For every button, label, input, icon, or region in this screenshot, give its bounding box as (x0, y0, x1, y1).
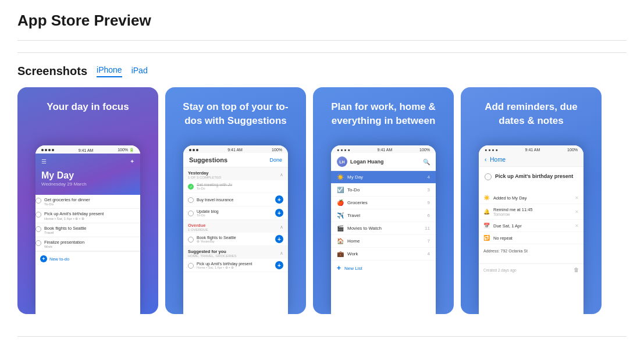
list-count: 6 (428, 213, 430, 218)
suggested-section-header: Suggested for you HOME, TRAVEL, GROCERIE… (183, 246, 288, 259)
add-task-button[interactable]: + (275, 209, 283, 217)
screenshot-card-reminders: Add reminders, due dates & notes ● ● ● ●… (461, 87, 602, 314)
task-circle (188, 263, 194, 269)
sugg-task-content: Book flights to Seattle ⊕ Yesterday (197, 236, 236, 243)
reminder-circle-icon (485, 173, 492, 180)
sugg-task-sub: Home • Sat, 1 Apr • ⊕ • ⊕ (197, 266, 252, 269)
screenshot-card-lists: Plan for work, home & everything in betw… (313, 87, 454, 314)
list-icon: 🍎 (337, 199, 344, 206)
signal-dot (189, 149, 191, 151)
list-icon: ✈️ (337, 212, 344, 219)
list-count: 3 (428, 187, 430, 193)
status-battery: 100% (567, 148, 578, 152)
task-text: Get groceries for dinner (44, 197, 90, 202)
list-name: Travel (347, 213, 360, 218)
task-text: Pick up Amit's birthday present (44, 211, 104, 216)
list-item-home[interactable]: 🏠 Home 7 (331, 235, 436, 248)
suggested-sub: HOME, TRAVEL, GROCERIES (188, 254, 236, 258)
remove-icon[interactable]: ✕ (575, 209, 579, 215)
list-item-groceries[interactable]: 🍎 Groceries 9 (331, 197, 436, 209)
yesterday-section-header: Yesterday 1 OF 3 COMPLETED ∧ (183, 167, 288, 180)
task-sub: Travel (44, 231, 87, 234)
task-sub: To-Do (44, 202, 90, 206)
task-circle (35, 226, 41, 232)
back-arrow-icon[interactable]: ‹ (485, 156, 486, 163)
add-task-button[interactable]: + (275, 261, 283, 269)
screenshots-track[interactable]: Your day in focus 9:41 AM 100% 🔋 (17, 87, 627, 319)
sugg-task-left: Book flights to Seattle ⊕ Yesterday (188, 236, 236, 243)
task-circle (35, 240, 41, 246)
statusbar-2: 9:41 AM 100% (183, 145, 288, 153)
chevron-icon: ∧ (280, 251, 283, 256)
sugg-task-sub: ⊕ Yesterday (197, 240, 236, 243)
sugg-task-text: Update blog (197, 209, 219, 213)
new-list-row[interactable]: + New List (331, 261, 436, 276)
screenshots-scroll-wrapper: Your day in focus 9:41 AM 100% 🔋 (17, 87, 627, 319)
calendar-icon: 📅 (483, 223, 490, 229)
phone-mockup-3: ● ● ● ● 9:41 AM 100% LH Logan Huang 🔍 (331, 145, 436, 314)
list-name: Work (347, 251, 358, 256)
suggested-title: Suggested for you (188, 249, 236, 254)
screenshots-label: Screenshots (17, 65, 87, 78)
status-time: 9:41 AM (525, 148, 540, 152)
page-title: App Store Preview (17, 12, 627, 41)
myday-title: My Day (41, 170, 134, 181)
signal-dot (193, 149, 195, 151)
list-item-travel[interactable]: ✈️ Travel 6 (331, 209, 436, 222)
yesterday-section-labels: Yesterday 1 OF 3 COMPLETED (188, 170, 221, 179)
created-label: Created 2 days ago (483, 268, 517, 272)
signal-dot (196, 149, 198, 151)
task-item: Finalize presentation Work (35, 237, 140, 251)
sugg-task-sub: To-Do (197, 213, 219, 217)
reminder-detail-text: Added to My Day (493, 195, 527, 201)
list-item-todo[interactable]: ☑️ To-Do 3 (331, 184, 436, 197)
sugg-task-left: Update blog To-Do (188, 209, 219, 217)
reminder-detail-text: Due Sat, 1 Apr (493, 223, 522, 229)
reminder-detail-sub: Tomorrow (493, 212, 533, 216)
search-icon[interactable]: 🔍 (423, 159, 430, 165)
card2-headline: Stay on top of your to-dos with Suggesti… (165, 87, 306, 134)
reminder-detail-due: 📅 Due Sat, 1 Apr ✕ (479, 220, 583, 232)
trash-icon[interactable]: 🗑 (574, 267, 579, 273)
remove-icon[interactable]: ✕ (575, 195, 579, 201)
task-text: Book flights to Seattle (44, 226, 87, 231)
tab-iphone[interactable]: iPhone (97, 65, 122, 77)
status-time: 9:41 AM (79, 148, 94, 152)
list-item-work[interactable]: 💼 Work 4 (331, 248, 436, 261)
remove-icon[interactable]: ✕ (575, 223, 579, 229)
task-item: Book flights to Seattle Travel (35, 223, 140, 237)
yesterday-title: Yesterday (188, 170, 221, 176)
list-item-movies[interactable]: 🎬 Movies to Watch 11 (331, 222, 436, 235)
reminder-detail-remind: 🔔 Remind me at 11:45 Tomorrow ✕ (479, 204, 583, 220)
overdue-section-labels: Overdue 1 OVERDUE (188, 223, 208, 231)
done-button[interactable]: Done (269, 157, 282, 163)
user-name: Logan Huang (350, 159, 384, 165)
task-sub: Work (44, 245, 84, 248)
list-item-left: 💼 Work (337, 251, 358, 257)
add-task-button[interactable]: + (275, 195, 283, 204)
task-circle (188, 197, 194, 203)
list-item-myday[interactable]: ☀️ My Day 4 (331, 171, 436, 184)
reminder-address: Address: 792 Octania St (479, 244, 583, 258)
bell-icon: 🔔 (483, 209, 490, 215)
list-icon: ☀️ (337, 174, 344, 180)
card4-headline: Add reminders, due dates & notes (461, 87, 602, 134)
task-circle (188, 211, 194, 216)
overdue-section-header: Overdue 1 OVERDUE ∧ (183, 220, 288, 233)
task-content: Finalize presentation Work (44, 240, 84, 248)
new-todo-label: New to-do (49, 256, 69, 262)
add-task-button[interactable]: + (275, 235, 283, 243)
suggestions-title: Suggestions (189, 156, 227, 163)
screenshot-card-myday: Your day in focus 9:41 AM 100% 🔋 (17, 87, 158, 314)
list-item-left: 🎬 Movies to Watch (337, 225, 382, 231)
suggested-section-labels: Suggested for you HOME, TRAVEL, GROCERIE… (188, 249, 236, 258)
task-circle (35, 198, 41, 204)
reminder-task-text: Pick up Amit's birthday present (495, 173, 573, 180)
user-avatar: LH (337, 156, 347, 167)
status-time: 9:41 AM (378, 148, 393, 152)
tab-ipad[interactable]: iPad (131, 66, 148, 77)
list-header: LH Logan Huang 🔍 (331, 153, 436, 171)
signal-dots (41, 149, 54, 151)
list-icon: 🏠 (337, 238, 344, 244)
task-content: Get groceries for dinner To-Do (44, 197, 90, 206)
